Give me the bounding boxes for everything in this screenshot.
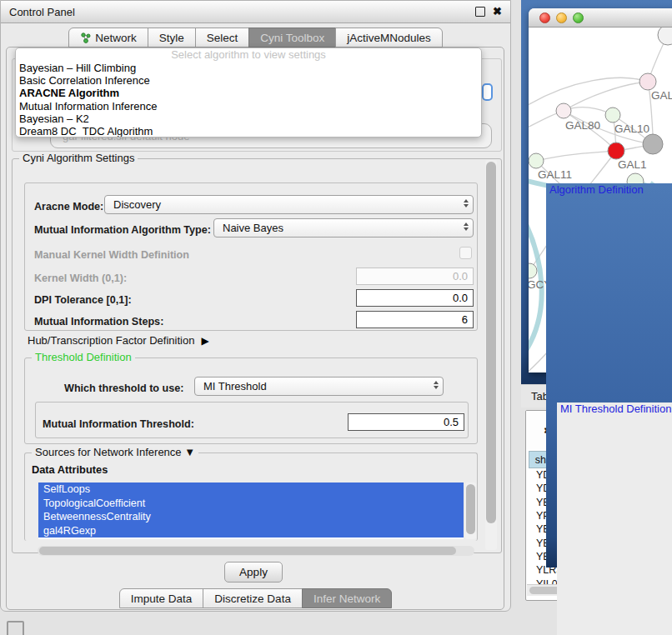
combo-stepper-icon [464,199,469,208]
sources-legend[interactable]: Sources for Network Inference ▼ [32,446,198,458]
network-edge[interactable] [536,151,616,161]
combo-stepper-icon [434,381,439,389]
tab-select[interactable]: Select [195,28,250,48]
combo-stepper-icon [464,222,469,231]
mac-minimize-icon[interactable] [556,12,567,23]
mi-threshold-label: Mutual Information Threshold: [43,418,194,430]
close-icon[interactable]: ✖ [493,8,502,16]
control-panel-title: Control Panel [9,6,75,18]
aracne-mode-label: Aracne Mode: [34,201,103,212]
tab-jactivemnodules[interactable]: jActiveMNodules [335,28,443,48]
threshold-definition-group: Threshold Definition Which threshold to … [24,358,478,444]
aracne-mode-value: Discovery [113,198,161,211]
mac-zoom-icon[interactable] [573,12,584,23]
mac-close-icon[interactable] [539,12,550,23]
collapsed-panel-icon[interactable] [7,621,24,635]
tab-style[interactable]: Style [148,28,196,48]
tab-label: Style [159,32,184,44]
network-node-gal1[interactable] [608,142,624,159]
attribute-item-betweennesscentrality[interactable]: BetweennessCentrality [38,510,464,524]
algorithm-option-bayesian-k2[interactable]: Bayesian – K2 [16,112,481,125]
algorithm-popup-placeholder: Select algorithm to view settings [16,48,481,62]
which-threshold-label: Which threshold to use: [64,382,183,394]
control-panel-titlebar: Control Panel ✖ [1,1,510,23]
network-window-titlebar [529,8,672,28]
network-node-label: GAL [651,89,672,102]
cyni-sub-tabs: Impute DataDiscretize DataInfer Network [0,588,511,608]
tab-infer-network[interactable]: Infer Network [302,588,392,608]
dpi-tolerance-label: DPI Tolerance [0,1]: [34,294,132,306]
network-node-label: GAL11 [538,168,572,181]
attribute-item-gal4rgexp[interactable]: gal4RGexp [38,524,464,538]
tab-label: Select [207,32,238,44]
mi-steps-field[interactable] [356,311,474,328]
mi-steps-label: Mutual Information Steps: [34,316,163,328]
mi-threshold-definition-group: MI Threshold Definition Mutual Informati… [35,402,469,438]
manual-kernel-width-label: Manual Kernel Width Definition [34,249,189,261]
attribute-item-selfloops[interactable]: SelfLoops [38,482,464,497]
network-tab-icon [80,32,91,43]
algorithm-option-dream8-dc-tdc-algorithm[interactable]: Dream8 DC_TDC Algorithm [16,125,481,138]
network-node-label: GAL80 [565,119,600,132]
which-threshold-value: MI Threshold [203,380,267,392]
cyni-settings-legend: Cyni Algorithm Settings [19,152,138,164]
attribute-list-scrollbar[interactable] [465,482,476,539]
cyni-vertical-scrollbar[interactable] [485,160,497,550]
tab-label: Infer Network [313,592,380,605]
network-node-gcy1[interactable] [529,263,537,278]
algorithm-combo-stepper[interactable] [482,83,493,101]
tab-impute-data[interactable]: Impute Data [119,588,204,608]
network-edge[interactable] [564,82,648,111]
mi-algorithm-type-combo[interactable]: Naive Bayes [213,218,474,238]
aracne-mode-combo[interactable]: Discovery [104,195,474,214]
network-node[interactable] [643,134,663,154]
sources-horizontal-scrollbar[interactable] [38,546,474,556]
float-window-icon[interactable] [475,7,485,17]
mi-algorithm-type-label: Mutual Information Algorithm Type: [34,224,211,236]
network-node-gal10[interactable] [605,108,620,122]
threshold-definition-legend: Threshold Definition [32,351,135,363]
tab-label: Discretize Data [214,592,291,605]
algorithm-option-basic-correlation-inference[interactable]: Basic Correlation Inference [16,74,481,87]
which-threshold-combo[interactable]: MI Threshold [194,377,444,396]
tab-network[interactable]: Network [68,28,148,48]
tab-discretize-data[interactable]: Discretize Data [203,588,303,608]
cyni-algorithm-settings-box: Cyni Algorithm Settings Algorithm Defini… [12,158,502,553]
network-node-gal11[interactable] [529,153,544,168]
attribute-item-topologicalcoefficient[interactable]: TopologicalCoefficient [38,497,464,511]
network-node[interactable] [658,28,672,45]
algorithm-definition-group: Algorithm Definition Aracne Mode: Discov… [24,182,478,331]
kernel-width-label: Kernel Width (0,1): [34,272,127,284]
mi-algorithm-type-value: Naive Bayes [223,222,283,234]
manual-kernel-width-checkbox[interactable] [459,247,472,259]
hub-definition-label: Hub/Transcription Factor Definition [28,334,194,347]
algorithm-option-mutual-information-inference[interactable]: Mutual Information Inference [16,100,481,112]
network-node-gal[interactable] [639,73,656,90]
network-node-label: GAL10 [614,122,649,135]
network-node-gal80[interactable] [556,103,571,118]
algorithm-option-aracne-algorithm[interactable]: ARACNE Algorithm [16,87,481,99]
network-node-label: GAL1 [618,158,647,171]
tab-label: Network [95,32,137,44]
tab-cyni-toolbox[interactable]: Cyni Toolbox [248,28,336,48]
sources-group: Sources for Network Inference ▼ Data Att… [24,452,478,541]
collapse-down-icon: ▼ [184,446,195,458]
tab-label: Cyni Toolbox [260,32,324,44]
hub-definition-toggle[interactable]: Hub/Transcription Factor Definition ▶ [28,334,209,347]
mi-threshold-field[interactable] [348,413,464,431]
mi-threshold-definition-legend: MI Threshold Definition [557,402,672,635]
kernel-width-field[interactable] [356,268,474,285]
screen: Control Panel ✖ NetworkStyleSelectCyni T… [0,0,672,635]
algorithm-dropdown-popup: Select algorithm to view settings Bayesi… [15,48,482,138]
tab-label: Impute Data [131,592,193,605]
apply-button[interactable]: Apply [224,562,283,582]
dpi-tolerance-field[interactable] [356,289,474,307]
expand-right-icon: ▶ [201,335,208,347]
algorithm-option-bayesian-hill-climbing[interactable]: Bayesian – Hill Climbing [16,62,481,74]
data-attributes-list: SelfLoopsTopologicalCoefficientBetweenne… [38,482,464,539]
data-attributes-label: Data Attributes [32,463,108,476]
tab-label: jActiveMNodules [347,32,431,44]
control-panel-tabs: NetworkStyleSelectCyni ToolboxjActiveMNo… [0,28,511,48]
network-edge[interactable] [529,78,648,108]
